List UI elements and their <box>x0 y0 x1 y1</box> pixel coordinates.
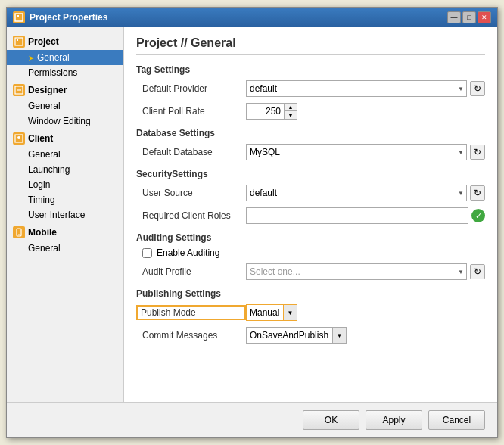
sidebar-label-general-mobile: General <box>28 243 61 254</box>
default-database-refresh-button[interactable]: ↻ <box>470 145 485 160</box>
client-poll-rate-control: 250 ▲ ▼ <box>246 103 485 120</box>
window-title: Project Properties <box>30 12 107 23</box>
enable-auditing-row: Enable Auditing <box>136 247 485 258</box>
sidebar-label-window-editing: Window Editing <box>28 116 91 126</box>
cancel-button[interactable]: Cancel <box>428 410 485 430</box>
sidebar-group-client: Client General Launching Login Timing Us… <box>7 130 123 222</box>
default-database-row: Default Database MySQL ↻ <box>136 143 485 161</box>
default-provider-control: default ↻ <box>246 80 485 97</box>
project-group-icon <box>13 36 25 48</box>
user-source-row: User Source default ↻ <box>136 184 485 202</box>
user-source-select[interactable]: default <box>246 185 467 201</box>
default-provider-label: Default Provider <box>136 83 246 94</box>
default-database-control: MySQL ↻ <box>246 144 485 160</box>
publish-mode-select[interactable]: Manual Auto <box>246 304 284 321</box>
audit-profile-select-wrapper[interactable]: Select one... <box>246 263 467 280</box>
required-client-roles-status-icon: ✓ <box>471 209 485 222</box>
close-button[interactable]: ✕ <box>478 11 491 23</box>
required-client-roles-row: Required Client Roles ✓ <box>136 207 485 225</box>
publish-mode-row: Publish Mode Manual Auto ▼ <box>136 303 485 322</box>
tag-settings-title: Tag Settings <box>136 64 485 75</box>
sidebar-label-timing: Timing <box>28 194 55 205</box>
user-source-control: default ↻ <box>246 185 485 201</box>
publish-mode-dropdown-arrow[interactable]: ▼ <box>284 304 297 321</box>
sidebar-item-login[interactable]: Login <box>7 177 123 192</box>
client-poll-rate-spinner[interactable]: 250 ▲ ▼ <box>246 103 297 120</box>
audit-profile-refresh-button[interactable]: ↻ <box>470 264 485 279</box>
default-database-label: Default Database <box>136 147 246 157</box>
user-source-select-wrapper[interactable]: default <box>246 185 467 201</box>
sidebar-label-general-client: General <box>28 149 61 160</box>
publish-mode-control: Manual Auto ▼ <box>246 304 485 321</box>
apply-button[interactable]: Apply <box>366 410 422 430</box>
sidebar-item-window-editing[interactable]: Window Editing <box>7 114 123 129</box>
title-bar-controls: — □ ✕ <box>447 11 491 23</box>
commit-messages-select[interactable]: OnSaveAndPublish OnSave OnPublish <box>246 327 333 344</box>
ok-button[interactable]: OK <box>303 410 359 430</box>
spinner-down-button[interactable]: ▼ <box>285 111 297 119</box>
svg-point-7 <box>17 136 20 139</box>
sidebar-group-project: Project ➤ General Permissions <box>7 33 123 80</box>
spinner-up-button[interactable]: ▲ <box>285 104 297 111</box>
sidebar-label-login: Login <box>28 179 50 190</box>
default-database-select[interactable]: MySQL <box>246 144 467 160</box>
sidebar-item-general-client[interactable]: General <box>7 147 123 162</box>
audit-profile-select[interactable]: Select one... <box>246 263 467 280</box>
required-client-roles-control: ✓ <box>246 207 485 224</box>
sidebar-group-designer: Designer General Window Editing <box>7 82 123 129</box>
required-client-roles-input[interactable] <box>246 207 468 224</box>
window-icon <box>13 11 25 23</box>
sidebar-group-designer-header[interactable]: Designer <box>7 82 123 98</box>
sidebar-item-launching[interactable]: Launching <box>7 162 123 177</box>
designer-group-icon <box>13 84 25 96</box>
sidebar-label-user-interface: User Interface <box>28 210 85 220</box>
sidebar-group-mobile-header[interactable]: Mobile <box>7 224 123 241</box>
svg-point-9 <box>18 234 20 235</box>
sidebar: Project ➤ General Permissions Designer <box>7 27 124 402</box>
sidebar-item-permissions[interactable]: Permissions <box>7 65 123 80</box>
client-poll-rate-label: Client Poll Rate <box>136 106 246 117</box>
publishing-settings-title: Publishing Settings <box>136 288 485 299</box>
client-poll-rate-row: Client Poll Rate 250 ▲ ▼ <box>136 102 485 120</box>
sidebar-group-client-header[interactable]: Client <box>7 130 123 147</box>
designer-group-label: Designer <box>28 85 67 95</box>
sidebar-group-mobile: Mobile General <box>7 224 123 256</box>
svg-rect-1 <box>17 15 19 17</box>
sidebar-item-general-designer[interactable]: General <box>7 98 123 114</box>
sidebar-group-project-header[interactable]: Project <box>7 33 123 50</box>
svg-rect-3 <box>17 39 18 41</box>
panel-title: Project // General <box>136 36 485 55</box>
sidebar-item-timing[interactable]: Timing <box>7 192 123 207</box>
maximize-button[interactable]: □ <box>462 11 476 23</box>
footer: OK Apply Cancel <box>7 402 497 437</box>
default-provider-refresh-button[interactable]: ↻ <box>470 81 485 96</box>
user-source-label: User Source <box>136 188 246 198</box>
default-provider-select-wrapper[interactable]: default <box>246 80 467 97</box>
sidebar-item-general-project[interactable]: ➤ General <box>7 50 123 65</box>
mobile-group-icon <box>13 226 25 238</box>
commit-messages-row: Commit Messages OnSaveAndPublish OnSave … <box>136 326 485 344</box>
enable-auditing-checkbox[interactable] <box>142 248 152 258</box>
audit-profile-row: Audit Profile Select one... ↻ <box>136 263 485 281</box>
spinner-buttons: ▲ ▼ <box>285 104 297 119</box>
client-group-label: Client <box>28 133 53 144</box>
user-source-refresh-button[interactable]: ↻ <box>470 185 485 201</box>
sidebar-label-general-designer: General <box>28 101 61 111</box>
content-area: Project ➤ General Permissions Designer <box>7 27 497 402</box>
main-panel: Project // General Tag Settings Default … <box>124 27 497 402</box>
client-group-icon <box>13 132 25 145</box>
client-poll-rate-input[interactable]: 250 <box>247 104 285 119</box>
sidebar-label-permissions: Permissions <box>28 67 77 78</box>
default-provider-select[interactable]: default <box>246 80 467 97</box>
sidebar-item-general-mobile[interactable]: General <box>7 241 123 256</box>
sidebar-label-general-project: General <box>37 52 70 63</box>
commit-messages-dropdown-arrow[interactable]: ▼ <box>333 327 347 344</box>
default-database-select-wrapper[interactable]: MySQL <box>246 144 467 160</box>
sidebar-label-launching: Launching <box>28 164 70 175</box>
required-client-roles-label: Required Client Roles <box>136 210 246 221</box>
audit-profile-label: Audit Profile <box>136 266 246 277</box>
minimize-button[interactable]: — <box>447 11 461 23</box>
project-group-label: Project <box>28 36 59 47</box>
sidebar-item-user-interface[interactable]: User Interface <box>7 207 123 222</box>
publish-mode-wrapper: Manual Auto ▼ <box>246 304 297 321</box>
